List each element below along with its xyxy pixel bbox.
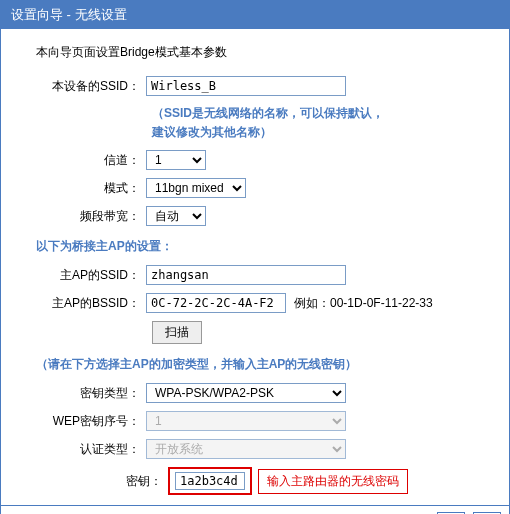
wep-select: 1 [146,411,346,431]
row-main-ssid: 主AP的SSID： [36,265,489,285]
key-highlight-box [168,467,252,495]
key-input[interactable] [175,472,245,490]
device-ssid-label: 本设备的SSID： [36,78,146,95]
scan-row: 扫描 [152,321,489,344]
main-bssid-input[interactable] [146,293,286,313]
row-device-ssid: 本设备的SSID： [36,76,489,96]
mode-label: 模式： [36,180,146,197]
footer-bar [1,505,509,514]
main-ssid-input[interactable] [146,265,346,285]
key-label: 密钥： [126,473,168,490]
ssid-hint: （SSID是无线网络的名称，可以保持默认， 建议修改为其他名称） [152,104,489,142]
row-key: 密钥： 输入主路由器的无线密码 [126,467,489,495]
wizard-panel: 设置向导 - 无线设置 本向导页面设置Bridge模式基本参数 本设备的SSID… [0,0,510,514]
row-channel: 信道： 1 [36,150,489,170]
bssid-example: 例如：00-1D-0F-11-22-33 [294,295,433,312]
key-callout: 输入主路由器的无线密码 [258,469,408,494]
bandwidth-label: 频段带宽： [36,208,146,225]
ssid-hint-line2: 建议修改为其他名称） [152,123,489,142]
row-main-bssid: 主AP的BSSID： 例如：00-1D-0F-11-22-33 [36,293,489,313]
row-auth: 认证类型： 开放系统 [36,439,489,459]
row-bandwidth: 频段带宽： 自动 [36,206,489,226]
keytype-label: 密钥类型： [36,385,146,402]
title-bar: 设置向导 - 无线设置 [1,1,509,29]
row-wep: WEP密钥序号： 1 [36,411,489,431]
ssid-hint-line1: （SSID是无线网络的名称，可以保持默认， [152,104,489,123]
intro-text: 本向导页面设置Bridge模式基本参数 [36,44,489,61]
wep-label: WEP密钥序号： [36,413,146,430]
bandwidth-select[interactable]: 自动 [146,206,206,226]
keytype-select[interactable]: WPA-PSK/WPA2-PSK [146,383,346,403]
mode-select[interactable]: 11bgn mixed [146,178,246,198]
channel-select[interactable]: 1 [146,150,206,170]
security-note: （请在下方选择主AP的加密类型，并输入主AP的无线密钥） [36,356,489,373]
scan-button[interactable]: 扫描 [152,321,202,344]
channel-label: 信道： [36,152,146,169]
content-area: 本向导页面设置Bridge模式基本参数 本设备的SSID： （SSID是无线网络… [1,29,509,505]
main-ssid-label: 主AP的SSID： [36,267,146,284]
device-ssid-input[interactable] [146,76,346,96]
row-mode: 模式： 11bgn mixed [36,178,489,198]
row-keytype: 密钥类型： WPA-PSK/WPA2-PSK [36,383,489,403]
auth-select: 开放系统 [146,439,346,459]
auth-label: 认证类型： [36,441,146,458]
main-bssid-label: 主AP的BSSID： [36,295,146,312]
window-title: 设置向导 - 无线设置 [11,7,127,22]
bridge-section-title: 以下为桥接主AP的设置： [36,238,489,255]
